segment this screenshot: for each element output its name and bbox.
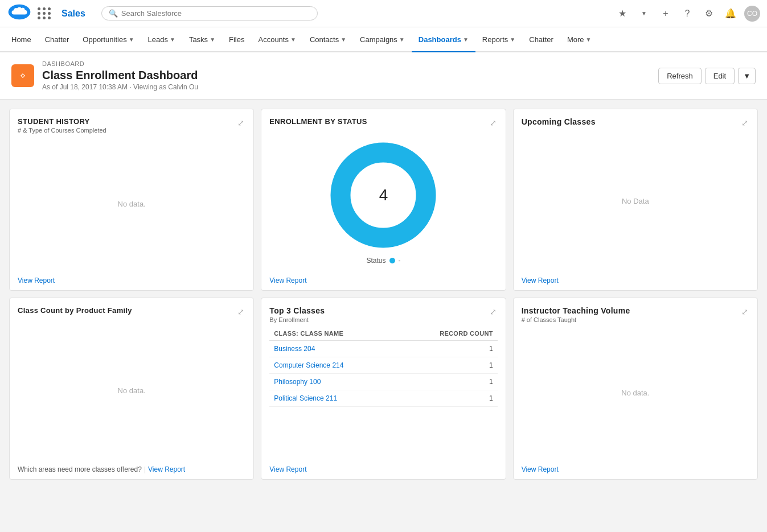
favorites-button[interactable]: ★ [614, 6, 630, 22]
widget-header-upcoming: Upcoming Classes ⤢ [514, 109, 757, 132]
class-name-link[interactable]: Computer Science 214 [274, 361, 343, 369]
dashboard-subtitle: As of Jul 18, 2017 10:38 AM · Viewing as… [42, 83, 198, 91]
table-row: Political Science 211 1 [269, 390, 497, 407]
app-launcher[interactable] [32, 7, 57, 19]
nav-item-chatter2[interactable]: Chatter [522, 27, 560, 52]
more-actions-button[interactable]: ▼ [738, 68, 756, 84]
help-button[interactable]: ? [679, 6, 695, 22]
no-data-label: No Data [622, 197, 649, 205]
refresh-button[interactable]: Refresh [658, 68, 702, 84]
expand-icon[interactable]: ⤢ [740, 306, 749, 317]
widget-title-upcoming: Upcoming Classes [522, 117, 596, 126]
favorites-chevron[interactable]: ▼ [636, 6, 652, 22]
nav-item-dashboards[interactable]: Dashboards ▼ [412, 27, 475, 52]
nav-item-home[interactable]: Home [5, 27, 38, 52]
widget-footer-enrollment: View Report [261, 270, 505, 290]
nav-item-more[interactable]: More ▼ [560, 27, 598, 52]
dashboard-header: DASHBOARD Class Enrollment Dashboard As … [0, 52, 767, 100]
nav-item-tasks[interactable]: Tasks ▼ [182, 27, 222, 52]
nav-item-accounts[interactable]: Accounts ▼ [251, 27, 302, 52]
no-data-label: No data. [118, 200, 146, 208]
chevron-down-icon: ▼ [210, 36, 215, 43]
record-count-cell: 1 [397, 341, 498, 357]
top-bar: Sales 🔍 ★ ▼ + ? ⚙ 🔔 CO [0, 0, 767, 27]
nav-item-leads[interactable]: Leads ▼ [141, 27, 182, 52]
chevron-down-icon: ▼ [341, 36, 346, 43]
chevron-down-icon: ▼ [399, 36, 405, 43]
view-report-link-student-history[interactable]: View Report [18, 277, 55, 284]
expand-icon[interactable]: ⤢ [236, 117, 245, 129]
widget-subtitle-student-history: # & Type of Courses Completed [18, 127, 106, 134]
app-name[interactable]: Sales [61, 9, 85, 19]
nav-label-files: Files [229, 35, 244, 44]
chevron-down-icon: ▼ [129, 36, 134, 43]
widget-title-area-instructor: Instructor Teaching Volume # of Classes … [522, 306, 630, 323]
class-name-link[interactable]: Philosophy 100 [274, 378, 321, 386]
add-button[interactable]: + [658, 6, 674, 22]
col-class-name: CLASS: CLASS NAME [269, 327, 396, 341]
nav-label-home: Home [11, 35, 31, 44]
table-header-row: CLASS: CLASS NAME RECORD COUNT [269, 327, 497, 341]
view-report-link-top3[interactable]: View Report [269, 465, 306, 473]
nav-label-chatter: Chatter [45, 35, 69, 44]
chevron-down-icon: ▼ [290, 36, 296, 43]
search-input[interactable] [121, 9, 310, 18]
widget-title-area: STUDENT HISTORY # & Type of Courses Comp… [18, 117, 106, 134]
class-name-cell: Business 204 [269, 341, 396, 357]
expand-icon[interactable]: ⤢ [740, 117, 749, 129]
widget-title-student-history: STUDENT HISTORY [18, 117, 106, 126]
avatar[interactable]: CO [744, 6, 760, 22]
salesforce-logo[interactable] [7, 3, 27, 24]
notifications-button[interactable]: 🔔 [723, 6, 739, 22]
widget-footer-top3: View Report [261, 459, 505, 479]
nav-item-opportunities[interactable]: Opportunities ▼ [76, 27, 141, 52]
widget-footer-class-count: Which areas need more classes offered? |… [10, 460, 253, 479]
dashboard-title-area: DASHBOARD Class Enrollment Dashboard As … [42, 60, 198, 91]
record-count-cell: 1 [397, 390, 498, 407]
nav-label-opportunities: Opportunities [83, 35, 126, 44]
edit-button[interactable]: Edit [705, 68, 735, 84]
donut-chart: 4 [326, 138, 440, 252]
expand-icon[interactable]: ⤢ [236, 306, 245, 317]
widget-body-student-history: No data. [10, 137, 253, 270]
legend-dash: - [399, 257, 401, 265]
widget-class-count: Class Count by Product Family ⤢ No data.… [9, 298, 254, 480]
footer-text-class-count: Which areas need more classes offered? [18, 465, 142, 473]
search-icon: 🔍 [109, 9, 118, 18]
record-count-cell: 1 [397, 357, 498, 374]
widget-student-history: STUDENT HISTORY # & Type of Courses Comp… [9, 109, 254, 291]
class-name-cell: Political Science 211 [269, 390, 396, 407]
nav-label-dashboards: Dashboards [419, 35, 461, 44]
expand-icon[interactable]: ⤢ [489, 117, 498, 129]
widget-title-instructor: Instructor Teaching Volume [522, 306, 630, 315]
donut-chart-container: 4 Status - [269, 138, 497, 265]
settings-button[interactable]: ⚙ [701, 6, 717, 22]
page-title: Class Enrollment Dashboard [42, 68, 198, 82]
footer-sep: | [144, 465, 146, 473]
widget-title-class-count: Class Count by Product Family [18, 306, 132, 315]
widget-header-student-history: STUDENT HISTORY # & Type of Courses Comp… [10, 109, 253, 137]
dashboard-header-left: DASHBOARD Class Enrollment Dashboard As … [11, 60, 198, 91]
nav-item-files[interactable]: Files [222, 27, 251, 52]
classes-table: CLASS: CLASS NAME RECORD COUNT Business … [269, 327, 497, 407]
nav-bar: Home Chatter Opportunities ▼ Leads ▼ Tas… [0, 27, 767, 52]
breadcrumb: DASHBOARD [42, 60, 198, 67]
nav-label-accounts: Accounts [258, 35, 288, 44]
widget-enrollment-status: Enrollment by Status ⤢ 4 Status - [261, 109, 506, 291]
view-report-link-class-count[interactable]: View Report [148, 465, 185, 473]
class-name-link[interactable]: Political Science 211 [274, 394, 337, 402]
dashboard-actions: Refresh Edit ▼ [658, 68, 756, 84]
nav-item-chatter[interactable]: Chatter [38, 27, 76, 52]
class-name-link[interactable]: Business 204 [274, 345, 315, 353]
expand-icon[interactable]: ⤢ [489, 306, 498, 317]
view-report-link-upcoming[interactable]: View Report [522, 277, 559, 284]
nav-item-reports[interactable]: Reports ▼ [475, 27, 522, 52]
nav-item-campaigns[interactable]: Campaigns ▼ [353, 27, 412, 52]
nav-label-chatter2: Chatter [529, 35, 553, 44]
widget-title-enrollment: Enrollment by Status [269, 117, 367, 126]
class-name-cell: Philosophy 100 [269, 374, 396, 390]
nav-item-contacts[interactable]: Contacts ▼ [303, 27, 353, 52]
view-report-link-enrollment[interactable]: View Report [269, 277, 306, 284]
view-report-link-instructor[interactable]: View Report [522, 465, 559, 473]
chevron-down-icon: ▼ [170, 36, 175, 43]
